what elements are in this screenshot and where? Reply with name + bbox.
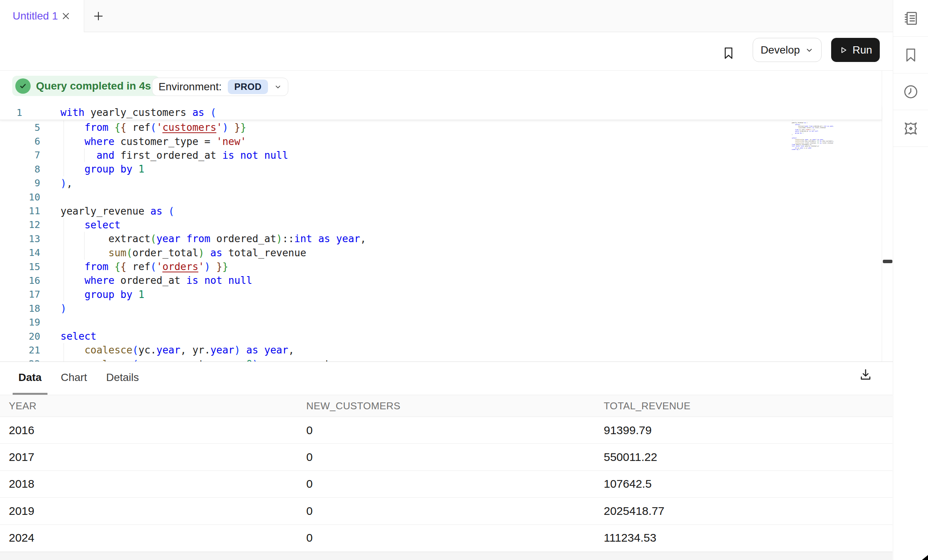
code-line[interactable]: 15 from {{ ref('orders') }} bbox=[0, 260, 882, 273]
code-text: ), bbox=[40, 177, 72, 189]
query-status-badge: Query completed in 4s bbox=[12, 76, 159, 96]
line-number[interactable]: 1 bbox=[0, 107, 40, 118]
check-circle-icon bbox=[15, 78, 31, 94]
tab-data[interactable]: Data bbox=[13, 362, 47, 395]
code-line[interactable]: 10 bbox=[0, 190, 882, 204]
table-cell: 2017 bbox=[0, 451, 299, 464]
code-line[interactable]: 7 and first_ordered_at is not null bbox=[0, 148, 882, 162]
line-number[interactable]: 5 bbox=[0, 122, 40, 133]
bookmark-icon[interactable] bbox=[893, 37, 928, 73]
line-number[interactable]: 8 bbox=[0, 164, 40, 175]
code-text: select bbox=[40, 219, 121, 231]
code-text: from {{ ref('customers') }} bbox=[40, 122, 246, 133]
code-line[interactable]: 20select bbox=[0, 329, 882, 343]
code-line[interactable]: 14 sum(order_total) as total_revenue bbox=[0, 246, 882, 260]
history-clock-icon[interactable] bbox=[893, 73, 928, 110]
code-line[interactable]: 6 where customer_type = 'new' bbox=[0, 134, 882, 148]
run-button[interactable]: Run bbox=[831, 38, 880, 62]
code-text: where customer_type = 'new' bbox=[40, 136, 246, 147]
table-row[interactable]: 20170550011.22 bbox=[0, 444, 892, 470]
code-line[interactable]: 18) bbox=[0, 301, 882, 315]
table-cell: 2018 bbox=[0, 477, 299, 490]
table-cell: 2024 bbox=[0, 531, 299, 544]
horizontal-scrollbar[interactable] bbox=[0, 552, 892, 560]
develop-dropdown[interactable]: Develop bbox=[753, 38, 822, 62]
table-row[interactable]: 20240111234.53 bbox=[0, 525, 892, 552]
line-number[interactable]: 9 bbox=[0, 177, 40, 189]
editor-scrollbar-track[interactable] bbox=[882, 71, 893, 361]
code-line[interactable]: 13 extract(year from ordered_at)::int as… bbox=[0, 232, 882, 246]
table-row[interactable]: 2016091399.79 bbox=[0, 417, 892, 444]
code-line[interactable]: 5 from {{ ref('customers') }} bbox=[0, 120, 882, 134]
line-number[interactable]: 19 bbox=[0, 317, 40, 328]
code-text: where ordered_at is not null bbox=[40, 275, 252, 286]
table-row[interactable]: 201902025418.77 bbox=[0, 498, 892, 524]
code-text: and first_ordered_at is not null bbox=[40, 150, 288, 161]
notebook-icon[interactable] bbox=[893, 0, 928, 37]
code-text: group by 1 bbox=[40, 163, 144, 175]
code-line[interactable]: 19 bbox=[0, 315, 882, 329]
tab-bar: Untitled 1 bbox=[0, 0, 893, 32]
tab-chart[interactable]: Chart bbox=[55, 362, 93, 395]
code-text: from {{ ref('orders') }} bbox=[40, 261, 228, 272]
table-cell: 2025418.77 bbox=[604, 505, 892, 518]
code-text: sum(order_total) as total_revenue bbox=[40, 247, 306, 259]
sticky-scroll-line[interactable]: 1with yearly_customers as ( bbox=[0, 105, 882, 120]
line-number[interactable]: 11 bbox=[0, 205, 40, 217]
environment-selector[interactable]: Environment: PROD bbox=[152, 78, 288, 96]
code-lines[interactable]: 5 from {{ ref('customers') }}6 where cus… bbox=[0, 120, 882, 361]
toolbar: Develop Run bbox=[0, 32, 893, 71]
line-number[interactable]: 12 bbox=[0, 219, 40, 230]
code-line[interactable]: 21 coalesce(yc.year, yr.year) as year, bbox=[0, 343, 882, 357]
panel-resize-handle[interactable] bbox=[883, 260, 892, 263]
new-tab-button[interactable] bbox=[93, 10, 104, 22]
table-cell: 0 bbox=[299, 477, 604, 490]
code-line[interactable]: 11yearly_revenue as ( bbox=[0, 204, 882, 218]
bookmark-icon[interactable] bbox=[721, 45, 736, 61]
line-number[interactable]: 17 bbox=[0, 289, 40, 300]
code-text: with yearly_customers as ( bbox=[40, 107, 216, 118]
dbt-logo-icon[interactable] bbox=[893, 110, 928, 147]
code-line[interactable]: 22 coalesce(yc.new_customers, 0) as new_… bbox=[0, 357, 882, 361]
tab-details[interactable]: Details bbox=[100, 362, 145, 395]
line-number[interactable]: 15 bbox=[0, 261, 40, 272]
download-icon[interactable] bbox=[858, 368, 873, 382]
chevron-down-icon bbox=[805, 46, 814, 54]
line-number[interactable]: 22 bbox=[0, 358, 40, 361]
tab-untitled-1[interactable]: Untitled 1 bbox=[0, 0, 84, 32]
code-line[interactable]: 9), bbox=[0, 176, 882, 190]
column-header: YEAR bbox=[0, 400, 299, 412]
line-number[interactable]: 18 bbox=[0, 303, 40, 314]
code-line[interactable]: 16 where ordered_at is not null bbox=[0, 273, 882, 287]
right-sidebar bbox=[893, 0, 928, 560]
column-header: NEW_CUSTOMERS bbox=[299, 400, 604, 412]
line-number[interactable]: 20 bbox=[0, 331, 40, 342]
code-line[interactable]: 8 group by 1 bbox=[0, 162, 882, 176]
code-text: select bbox=[40, 330, 96, 342]
sql-editor[interactable]: Query completed in 4s Environment: PROD … bbox=[0, 71, 893, 361]
environment-label: Environment: bbox=[158, 81, 222, 93]
table-cell: 0 bbox=[299, 531, 604, 544]
table-cell: 550011.22 bbox=[604, 451, 892, 464]
line-number[interactable]: 16 bbox=[0, 275, 40, 286]
code-line[interactable]: 12 select bbox=[0, 218, 882, 232]
chevron-down-icon bbox=[274, 83, 282, 91]
code-line[interactable]: 17 group by 1 bbox=[0, 288, 882, 301]
line-number[interactable]: 13 bbox=[0, 233, 40, 244]
line-number[interactable]: 7 bbox=[0, 150, 40, 161]
app-window: Untitled 1 Develop Run bbox=[0, 0, 928, 560]
table-cell: 91399.79 bbox=[604, 424, 892, 437]
tab-label: Untitled 1 bbox=[13, 10, 58, 22]
line-number[interactable]: 21 bbox=[0, 345, 40, 356]
table-cell: 111234.53 bbox=[604, 531, 892, 544]
code-text: coalesce(yc.new_customers, 0) as new_cus… bbox=[40, 358, 366, 361]
table-cell: 107642.5 bbox=[604, 477, 892, 490]
line-number[interactable]: 10 bbox=[0, 192, 40, 203]
line-number[interactable]: 6 bbox=[0, 136, 40, 147]
line-number[interactable]: 14 bbox=[0, 247, 40, 258]
results-header-row: YEARNEW_CUSTOMERSTOTAL_REVENUE bbox=[0, 395, 892, 417]
table-row[interactable]: 20180107642.5 bbox=[0, 471, 892, 498]
close-icon[interactable] bbox=[60, 11, 71, 21]
code-text: coalesce(yc.year, yr.year) as year, bbox=[40, 344, 294, 356]
query-status-text: Query completed in 4s bbox=[36, 80, 151, 92]
